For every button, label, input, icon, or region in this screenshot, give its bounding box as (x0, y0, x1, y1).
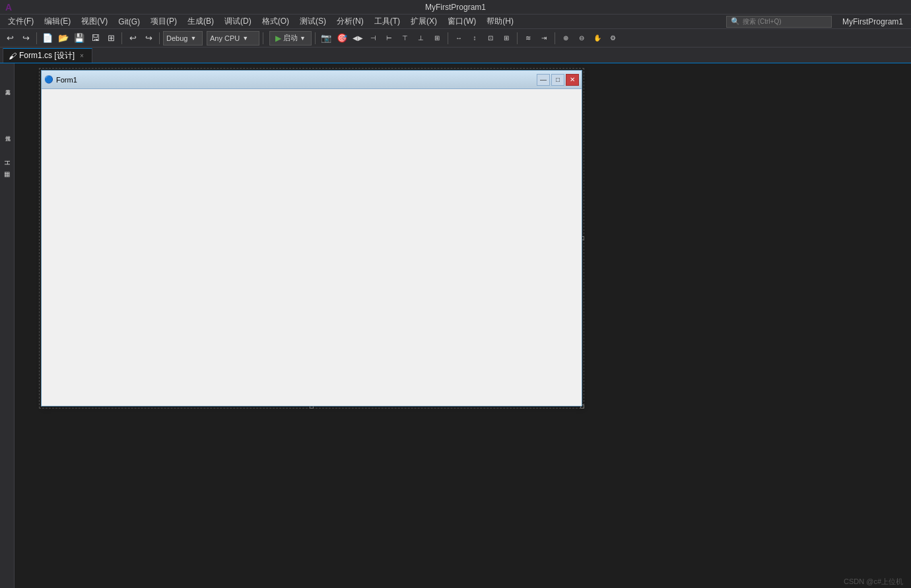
redo-button[interactable]: ↪ (18, 31, 33, 46)
height-button[interactable]: ↕ (467, 31, 482, 46)
toolbar-sep-5 (315, 32, 316, 44)
sidebar-icon-1[interactable]: 属性 (1, 112, 13, 152)
settings-button[interactable]: ⚙ (606, 31, 621, 46)
form-close-button[interactable]: ✕ (566, 74, 579, 86)
title-bar: A MyFirstProgram1 (0, 0, 911, 15)
align-top-button[interactable]: ⊥ (414, 31, 428, 46)
open-button[interactable]: 📂 (56, 31, 71, 46)
form-body (42, 89, 582, 406)
debug-dropdown-arrow: ▼ (190, 35, 196, 42)
align-center-button[interactable]: ⊢ (382, 31, 397, 46)
start-label: 启动 (283, 33, 298, 43)
cpu-dropdown-arrow: ▼ (242, 35, 248, 42)
window-title: MyFirstProgram1 (425, 3, 486, 12)
watermark-text: CSDN @c#上位机 (844, 577, 903, 587)
order-button[interactable]: ≋ (521, 31, 535, 46)
undo2-button[interactable]: ↩ (125, 31, 140, 46)
tab-bar: 🖌 Form1.cs [设计] × (0, 48, 911, 63)
width-button[interactable]: ↔ (452, 31, 466, 46)
toolbar-sep-1 (36, 32, 37, 44)
form-maximize-button[interactable]: □ (551, 74, 564, 86)
form-titlebar: 🔵 Form1 — □ ✕ (42, 71, 582, 89)
align-bottom-button[interactable]: ⊞ (430, 31, 444, 46)
save-all-button[interactable]: 🖫 (88, 31, 102, 46)
extra-save-button[interactable]: ⊞ (104, 31, 118, 46)
menu-tools[interactable]: 工具(T) (369, 15, 405, 28)
menu-help[interactable]: 帮助(H) (481, 15, 519, 28)
form-container: 🔵 Form1 — □ ✕ (41, 70, 582, 407)
toolbar-sep-4 (263, 32, 263, 44)
zoom-out-button[interactable]: ⊖ (574, 31, 589, 46)
form-minimize-button[interactable]: — (537, 74, 550, 86)
toolbar-sep-6 (448, 32, 448, 44)
align-right-button[interactable]: ⊤ (398, 31, 413, 46)
project-title: MyFirstProgram1 (842, 17, 903, 26)
toolbar-sep-8 (555, 32, 555, 44)
align-left-button[interactable]: ⊣ (366, 31, 381, 46)
menu-view[interactable]: 视图(V) (76, 15, 113, 28)
menu-window[interactable]: 窗口(W) (442, 15, 481, 28)
start-button[interactable]: ▶ 启动 ▼ (269, 31, 312, 46)
menu-project[interactable]: 项目(P) (145, 15, 182, 28)
sidebar-icon-2[interactable]: H (1, 158, 13, 168)
sidebar-icon-3[interactable]: ▦ (1, 169, 13, 178)
play-icon: ▶ (275, 34, 281, 43)
debug-label: Debug (166, 34, 187, 42)
winform[interactable]: 🔵 Form1 — □ ✕ (41, 70, 582, 407)
sidebar-toolbox-icon[interactable]: 工具箱 (1, 66, 13, 106)
locate-button[interactable]: 🎯 (335, 31, 349, 46)
tab-icon: 🖌 (9, 51, 17, 61)
toolbar-btn-a[interactable]: ◀▶ (351, 31, 365, 46)
main-area: 工具箱 属性 H ▦ 🔵 Form1 — □ (0, 63, 911, 588)
search-icon: 🔍 (731, 17, 740, 26)
size-button[interactable]: ⊡ (483, 31, 498, 46)
snapshot-button[interactable]: 📷 (319, 31, 333, 46)
toolbar-sep-3 (159, 32, 160, 44)
debug-dropdown[interactable]: Debug ▼ (163, 31, 203, 46)
start-dropdown-arrow: ▼ (300, 35, 306, 42)
menu-build[interactable]: 生成(B) (182, 15, 219, 28)
menu-bar: 文件(F) 编辑(E) 视图(V) Git(G) 项目(P) 生成(B) 调试(… (0, 15, 911, 29)
toolbar: ↩ ↪ 📄 📂 💾 🖫 ⊞ ↩ ↪ Debug ▼ Any CPU ▼ ▶ 启动… (0, 29, 911, 48)
menu-edit[interactable]: 编辑(E) (39, 15, 76, 28)
tab-order-button[interactable]: ⇥ (537, 31, 551, 46)
undo-button[interactable]: ↩ (3, 31, 17, 46)
menu-file[interactable]: 文件(F) (3, 15, 39, 28)
redo2-button[interactable]: ↪ (141, 31, 156, 46)
tab-form1-design[interactable]: 🖌 Form1.cs [设计] × (3, 48, 92, 63)
form-app-icon: 🔵 (44, 75, 53, 84)
menu-test[interactable]: 测试(S) (294, 15, 331, 28)
menu-analyze[interactable]: 分析(N) (331, 15, 369, 28)
cpu-dropdown[interactable]: Any CPU ▼ (207, 31, 259, 46)
menu-extensions[interactable]: 扩展(X) (405, 15, 442, 28)
menu-format[interactable]: 格式(O) (257, 15, 294, 28)
menu-debug[interactable]: 调试(D) (219, 15, 257, 28)
form-controls: — □ ✕ (537, 74, 579, 86)
search-box[interactable]: 🔍 搜索 (Ctrl+Q) (726, 16, 832, 28)
search-placeholder: 搜索 (Ctrl+Q) (743, 17, 782, 26)
form-title-text: Form1 (56, 76, 537, 84)
toolbar-sep-2 (121, 32, 122, 44)
menu-git[interactable]: Git(G) (113, 16, 145, 28)
new-button[interactable]: 📄 (40, 31, 55, 46)
cpu-label: Any CPU (210, 34, 240, 42)
bottom-watermark-area: CSDN @c#上位机 (779, 575, 911, 588)
tab-label: Form1.cs [设计] (19, 50, 75, 61)
hand-button[interactable]: ✋ (590, 31, 605, 46)
expand-button[interactable]: ⊞ (499, 31, 514, 46)
canvas-area: 🔵 Form1 — □ ✕ (15, 63, 911, 588)
tab-close-button[interactable]: × (77, 51, 86, 61)
vs-logo: A (5, 2, 12, 13)
left-sidebar: 工具箱 属性 H ▦ (0, 63, 15, 588)
zoom-in-button[interactable]: ⊕ (558, 31, 573, 46)
save-button[interactable]: 💾 (72, 31, 86, 46)
toolbar-sep-7 (517, 32, 518, 44)
